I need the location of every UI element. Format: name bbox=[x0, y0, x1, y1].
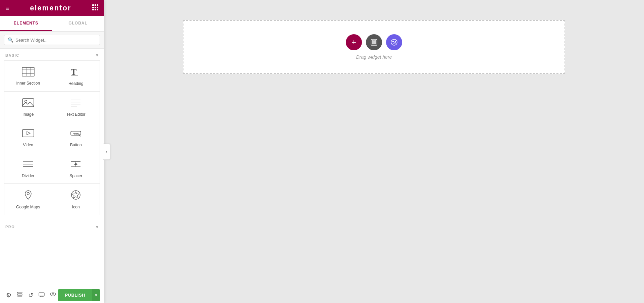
drag-widget-hint: Drag widget here bbox=[356, 54, 392, 60]
widget-inner-section[interactable]: Inner Section bbox=[4, 61, 52, 91]
section-pro-label: PRO bbox=[5, 225, 15, 229]
add-template-button[interactable] bbox=[386, 34, 402, 50]
sidebar: ≡ elementor ELEMENTS GLOBAL 🔍 bbox=[0, 0, 104, 303]
svg-point-47 bbox=[50, 293, 56, 296]
tab-elements[interactable]: ELEMENTS bbox=[0, 16, 52, 31]
widget-google-maps-label: Google Maps bbox=[16, 205, 40, 210]
main-canvas: + Drag widget here bbox=[104, 0, 644, 303]
svg-rect-49 bbox=[371, 39, 377, 45]
tab-global[interactable]: GLOBAL bbox=[52, 16, 104, 31]
publish-dropdown-arrow[interactable]: ▾ bbox=[92, 289, 100, 301]
widget-heading-label: Heading bbox=[68, 81, 84, 87]
svg-rect-42 bbox=[17, 296, 22, 296]
svg-rect-3 bbox=[92, 7, 94, 8]
svg-rect-1 bbox=[95, 4, 96, 6]
widget-divider[interactable]: Divider bbox=[4, 153, 52, 184]
inner-section-icon bbox=[22, 67, 35, 78]
button-icon: Click bbox=[70, 128, 82, 140]
svg-rect-0 bbox=[92, 4, 94, 6]
search-input[interactable] bbox=[15, 38, 96, 43]
svg-rect-41 bbox=[17, 294, 22, 295]
widget-spacer[interactable]: Spacer bbox=[52, 153, 100, 184]
svg-marker-23 bbox=[27, 132, 30, 135]
widget-heading[interactable]: T Heading bbox=[52, 61, 100, 91]
widget-video[interactable]: Video bbox=[4, 122, 52, 153]
widget-text-editor[interactable]: Text Editor bbox=[52, 92, 100, 122]
svg-text:T: T bbox=[71, 67, 76, 77]
svg-rect-40 bbox=[17, 292, 22, 293]
canvas-drop-area[interactable]: + Drag widget here bbox=[183, 20, 565, 74]
image-icon bbox=[22, 98, 34, 109]
svg-rect-6 bbox=[92, 9, 94, 10]
text-editor-icon bbox=[70, 98, 82, 109]
basic-widget-grid: Inner Section T Heading bbox=[4, 60, 100, 215]
widget-google-maps[interactable]: Google Maps bbox=[4, 184, 52, 215]
svg-rect-51 bbox=[374, 40, 376, 44]
svg-marker-39 bbox=[72, 192, 79, 198]
svg-rect-50 bbox=[372, 40, 374, 44]
add-section-button[interactable]: + bbox=[346, 34, 362, 50]
video-icon bbox=[22, 128, 34, 140]
svg-text:Click: Click bbox=[74, 133, 79, 135]
section-pro-header[interactable]: PRO ▾ bbox=[0, 220, 104, 232]
widget-video-label: Video bbox=[23, 143, 33, 148]
divider-icon bbox=[22, 159, 34, 171]
heading-icon: T bbox=[70, 67, 82, 79]
grid-apps-icon[interactable] bbox=[92, 4, 99, 12]
section-pro-collapse-icon: ▾ bbox=[96, 224, 99, 230]
widget-image-label: Image bbox=[22, 112, 34, 117]
publish-button[interactable]: PUBLISH bbox=[58, 289, 92, 301]
spacer-icon bbox=[70, 159, 82, 171]
widget-icon[interactable]: Icon bbox=[52, 184, 100, 215]
history-icon[interactable]: ↺ bbox=[26, 290, 35, 300]
svg-rect-4 bbox=[95, 7, 96, 8]
settings-icon[interactable]: ⚙ bbox=[4, 290, 13, 300]
search-input-wrap: 🔍 bbox=[4, 35, 100, 45]
sidebar-header: ≡ elementor bbox=[0, 0, 104, 16]
svg-rect-16 bbox=[22, 99, 34, 107]
widget-list: BASIC ▾ Inner Section bbox=[0, 49, 104, 287]
svg-point-48 bbox=[52, 294, 54, 295]
bottom-bar: ⚙ ↺ bbox=[0, 287, 104, 303]
search-container: 🔍 bbox=[0, 32, 104, 49]
section-basic-collapse-icon: ▾ bbox=[96, 53, 99, 58]
search-icon: 🔍 bbox=[8, 37, 13, 43]
widget-add-buttons: + bbox=[346, 34, 402, 50]
responsive-icon[interactable] bbox=[37, 290, 47, 300]
svg-rect-22 bbox=[22, 130, 34, 137]
svg-rect-8 bbox=[97, 9, 98, 10]
svg-rect-7 bbox=[95, 9, 96, 10]
widget-divider-label: Divider bbox=[22, 173, 34, 179]
svg-rect-5 bbox=[97, 7, 98, 8]
publish-button-group: PUBLISH ▾ bbox=[58, 289, 100, 301]
svg-point-53 bbox=[392, 41, 393, 42]
layers-icon[interactable] bbox=[15, 290, 25, 300]
svg-rect-9 bbox=[22, 67, 34, 76]
svg-rect-43 bbox=[39, 293, 44, 296]
widget-inner-section-label: Inner Section bbox=[16, 81, 40, 86]
sidebar-collapse-toggle[interactable]: ‹ bbox=[103, 144, 110, 160]
preview-icon[interactable] bbox=[48, 290, 58, 300]
widget-button-label: Button bbox=[70, 143, 82, 148]
elementor-logo: elementor bbox=[30, 4, 71, 12]
add-column-button[interactable] bbox=[366, 34, 382, 50]
svg-point-17 bbox=[24, 100, 27, 102]
widget-icon-label: Icon bbox=[72, 205, 80, 210]
svg-rect-2 bbox=[97, 4, 98, 6]
icon-widget-icon bbox=[70, 190, 82, 202]
section-basic-label: BASIC bbox=[5, 53, 19, 57]
section-basic-header[interactable]: BASIC ▾ bbox=[0, 49, 104, 60]
sidebar-tabs: ELEMENTS GLOBAL bbox=[0, 16, 104, 32]
google-maps-icon bbox=[22, 190, 34, 202]
widget-text-editor-label: Text Editor bbox=[66, 112, 86, 117]
widget-image[interactable]: Image bbox=[4, 92, 52, 122]
svg-point-54 bbox=[395, 41, 396, 42]
hamburger-menu-icon[interactable]: ≡ bbox=[5, 4, 9, 12]
svg-point-37 bbox=[27, 193, 29, 195]
widget-spacer-label: Spacer bbox=[69, 173, 82, 179]
widget-button[interactable]: Click Button bbox=[52, 122, 100, 153]
